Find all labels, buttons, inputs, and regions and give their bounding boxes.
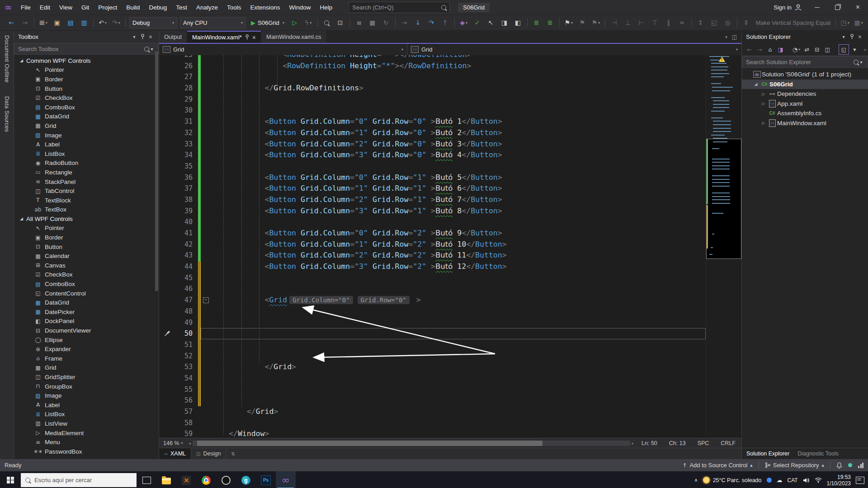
tree-item-assemblyinfo-cs[interactable]: C#AssemblyInfo.cs: [742, 108, 868, 118]
same-width-button[interactable]: ∥: [662, 17, 675, 28]
save-all-button[interactable]: ▥: [77, 17, 91, 28]
align-top-button[interactable]: ⊤: [648, 17, 662, 28]
navigate-forward-button[interactable]: →: [18, 17, 32, 28]
show-all-files-icon[interactable]: ◱: [839, 44, 849, 55]
code-text[interactable]: [211, 328, 229, 339]
find-in-files-button[interactable]: [320, 17, 334, 28]
size-to-content-button[interactable]: ↕: [694, 17, 708, 28]
side-tab-document-outline[interactable]: Document Outline: [4, 35, 10, 83]
step-out-button[interactable]: ↑: [439, 17, 452, 28]
navigate-back-button[interactable]: ←: [5, 17, 18, 28]
pause-button[interactable]: ▮▮: [352, 17, 366, 28]
collapse-all-icon[interactable]: ⊟: [812, 45, 822, 54]
pending-changes-filter-icon[interactable]: ◔▾: [792, 45, 801, 54]
code-text[interactable]: </Window>: [211, 428, 269, 438]
toolbox-item-pointer[interactable]: ↖Pointer: [14, 66, 159, 75]
redo-button[interactable]: ↷▾: [109, 17, 123, 28]
tree-item-solution-s06grid-1-of-1-project[interactable]: ∞Solution 'S06Grid' (1 of 1 project): [742, 70, 868, 80]
breadcrumb-left[interactable]: ‹› Grid ▾: [159, 44, 407, 55]
code-text[interactable]: <Button Grid.Column="1" Grid.Row="2" >Bu…: [211, 239, 507, 250]
toolbox-item-contentcontrol[interactable]: ◱ContentControl: [14, 289, 159, 298]
close-button[interactable]: ×: [848, 0, 868, 14]
tree-item-app-xaml[interactable]: ▷‹›App.xaml: [742, 99, 868, 109]
code-text[interactable]: [211, 395, 229, 406]
taskbar-app-app-x[interactable]: ✕: [176, 471, 196, 488]
code-text[interactable]: [211, 418, 229, 429]
code-text[interactable]: <Button Grid.Column="3" Grid.Row="0" >Bu…: [211, 150, 502, 161]
code-text[interactable]: [211, 71, 229, 83]
expander-icon[interactable]: ▷: [760, 121, 767, 125]
taskbar-clock[interactable]: 19:53 1/10/2023: [827, 474, 851, 487]
menu-debug[interactable]: Debug: [144, 0, 171, 14]
status-health-icon[interactable]: [848, 463, 852, 467]
toolbox-group-common-wpf-controls[interactable]: ◢Common WPF Controls: [14, 56, 159, 66]
forward-icon[interactable]: →: [755, 45, 764, 54]
toggle-bookmark-button[interactable]: ⚑▾: [562, 17, 576, 28]
code-text[interactable]: [211, 384, 229, 395]
window-layout-icon[interactable]: ◫: [732, 34, 737, 40]
sign-in-button[interactable]: Sign in: [768, 4, 807, 11]
previous-bookmark-button[interactable]: ⚑: [576, 17, 589, 28]
bottom-tab-solution-explorer[interactable]: Solution Explorer: [746, 450, 789, 457]
toolbox-item-rectangle[interactable]: ▭Rectangle: [14, 168, 159, 177]
next-bookmark-button[interactable]: ⚑▾: [589, 17, 603, 28]
zoom-control[interactable]: 146 % ▾: [159, 440, 187, 446]
sync-with-active-document-icon[interactable]: ⇄: [802, 45, 811, 54]
toolbox-item-calendar[interactable]: ▦Calendar: [14, 251, 159, 261]
minimap-viewport[interactable]: [706, 139, 741, 259]
taskbar-search-box[interactable]: Escriu aquí per cercar: [21, 473, 137, 487]
toolbox-item-image[interactable]: ▨Image: [14, 391, 159, 400]
toolbox-item-image[interactable]: ▨Image: [14, 131, 159, 140]
code-text[interactable]: <Button Grid.Column="2" Grid.Row="0" >Bu…: [211, 139, 502, 150]
toolbox-item-groupbox[interactable]: ⊓GroupBox: [14, 382, 159, 391]
toolbox-item-datagrid[interactable]: ▦DataGrid: [14, 298, 159, 307]
document-outline-button[interactable]: ◨: [498, 17, 511, 28]
keyboard-layout[interactable]: CAT: [788, 477, 798, 483]
tab-output[interactable]: Output: [159, 31, 187, 43]
toolbox-item-datepicker[interactable]: ▦DatePicker: [14, 307, 159, 317]
code-text[interactable]: <RowDefinition Height="*"></RowDefinitio…: [211, 55, 471, 61]
horizontal-scrollbar[interactable]: [193, 441, 630, 446]
menu-edit[interactable]: Edit: [35, 0, 55, 14]
code-text[interactable]: [211, 351, 229, 362]
close-icon[interactable]: ×: [252, 34, 256, 41]
save-button[interactable]: ▤: [64, 17, 77, 28]
quick-actions-icon[interactable]: [159, 328, 175, 339]
tray-app-icon[interactable]: [767, 478, 772, 483]
toolbox-item-listview[interactable]: ▥ListView: [14, 419, 159, 428]
tree-item-dependencies[interactable]: ▷⊶Dependencies: [742, 89, 868, 99]
menu-extensions[interactable]: Extensions: [246, 0, 285, 14]
same-size-button[interactable]: ≍: [675, 17, 689, 28]
pin-icon[interactable]: [848, 34, 856, 40]
code-text[interactable]: <RowDefinition Height="*"></RowDefinitio…: [211, 61, 471, 72]
code-text[interactable]: </Grid.RowDefinitions>: [211, 83, 363, 94]
step-over-button[interactable]: ↷: [425, 17, 439, 28]
taskbar-app-dark-app[interactable]: [216, 471, 236, 488]
solution-configuration-select[interactable]: Debug▾: [129, 17, 177, 28]
code-text[interactable]: [211, 161, 229, 172]
zoom-designer-button[interactable]: ◎: [721, 17, 735, 28]
restart-button[interactable]: ↻: [379, 17, 393, 28]
toolbox-item-tabcontrol[interactable]: ◫TabControl: [14, 186, 159, 196]
toolbox-item-expander[interactable]: ⊕Expander: [14, 344, 159, 354]
toolbox-item-textbox[interactable]: abTextBox: [14, 205, 159, 215]
select-repository-button[interactable]: Select Repository ▲: [765, 462, 824, 469]
align-center-button[interactable]: ⊥: [621, 17, 635, 28]
toolbox-item-label[interactable]: ALabel: [14, 400, 159, 410]
tree-item-mainwindow-xaml[interactable]: ▷‹›MainWindow.xaml: [742, 118, 868, 128]
toolbox-item-gridsplitter[interactable]: ◫GridSplitter: [14, 372, 159, 382]
taskbar-app-task-view[interactable]: [137, 471, 156, 488]
window-position-icon[interactable]: ▾: [840, 34, 848, 39]
code-text[interactable]: <Button Grid.Column="0" Grid.Row="2" >Bu…: [211, 228, 502, 239]
undo-button[interactable]: ↶▾: [96, 17, 109, 28]
expander-icon[interactable]: ▷: [760, 92, 767, 96]
code-text[interactable]: [211, 105, 229, 116]
format-selection-button[interactable]: ≣: [543, 17, 557, 28]
taskbar-app-g-browser[interactable]: g: [236, 471, 256, 488]
tab-mainwindow-xaml-cs[interactable]: MainWindow.xaml.cs: [261, 31, 326, 43]
view-tab-xaml[interactable]: ‹›XAML: [159, 448, 191, 459]
code-editor[interactable]: 25 <RowDefinition Height="*"></RowDefini…: [159, 55, 706, 438]
wifi-icon[interactable]: [815, 477, 822, 483]
toolbox-item-ellipse[interactable]: ◯Ellipse: [14, 335, 159, 345]
code-text[interactable]: [211, 272, 229, 284]
